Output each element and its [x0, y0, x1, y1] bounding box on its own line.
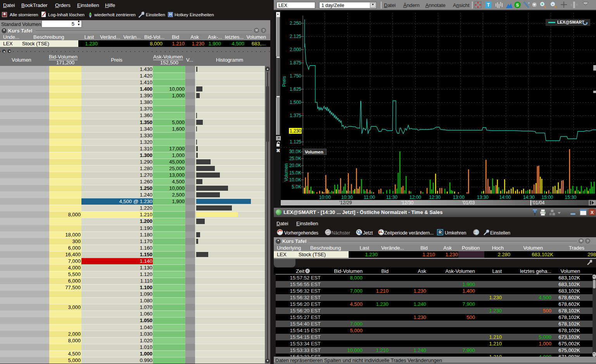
- svg-text:5.0K: 5.0K: [292, 184, 301, 190]
- svg-text:'01/03: '01/03: [462, 200, 475, 205]
- svg-text:15.0K: 15.0K: [289, 170, 301, 176]
- svg-text:20.0K: 20.0K: [289, 163, 301, 168]
- svg-text:1.125: 1.125: [290, 139, 301, 145]
- svg-text:11:30: 11:30: [386, 195, 397, 200]
- svg-text:11:00: 11:00: [364, 195, 375, 200]
- svg-text:'12/30: '12/30: [401, 200, 414, 205]
- svg-text:13:30: 13:30: [477, 195, 489, 200]
- svg-text:'12/29: '12/29: [339, 200, 352, 205]
- svg-text:25.0K: 25.0K: [289, 156, 301, 161]
- svg-text:10:30: 10:30: [341, 195, 353, 200]
- svg-text:2.250: 2.250: [290, 21, 301, 26]
- svg-text:Volumen: Volumen: [305, 150, 323, 154]
- svg-text:S: S: [516, 3, 519, 7]
- svg-text:X: X: [591, 210, 594, 215]
- svg-text:10:00: 10:00: [319, 195, 331, 200]
- svg-text:15:00: 15:00: [541, 195, 553, 200]
- svg-text:12:00: 12:00: [409, 195, 421, 200]
- svg-text:15:30: 15:30: [565, 195, 576, 200]
- svg-text:1.500: 1.500: [290, 100, 301, 105]
- svg-text:1.750: 1.750: [290, 73, 301, 79]
- svg-text:LEX@SMART: LEX@SMART: [557, 20, 584, 24]
- svg-text:R: R: [439, 230, 442, 235]
- svg-text:'01/04: '01/04: [532, 200, 545, 205]
- svg-text:30.0K: 30.0K: [289, 149, 301, 154]
- svg-text:1.625: 1.625: [290, 86, 301, 92]
- svg-text:12:30: 12:30: [429, 195, 441, 200]
- svg-text:T: T: [487, 2, 490, 8]
- svg-text:2.000: 2.000: [290, 47, 301, 52]
- svg-text:2.125: 2.125: [290, 34, 301, 39]
- svg-text:Preis: Preis: [282, 76, 287, 86]
- svg-text:-: -: [552, 2, 553, 6]
- svg-text:Volumen: Volumen: [283, 164, 289, 182]
- svg-text:10.0K: 10.0K: [289, 177, 301, 183]
- svg-text:1.230: 1.230: [290, 128, 301, 134]
- svg-text:1.375: 1.375: [290, 113, 301, 118]
- svg-text:14:30: 14:30: [523, 195, 535, 200]
- svg-text:1.875: 1.875: [290, 60, 301, 66]
- svg-text:+: +: [541, 2, 543, 6]
- svg-text:13:00: 13:00: [453, 195, 465, 200]
- svg-text:14:00: 14:00: [499, 195, 511, 200]
